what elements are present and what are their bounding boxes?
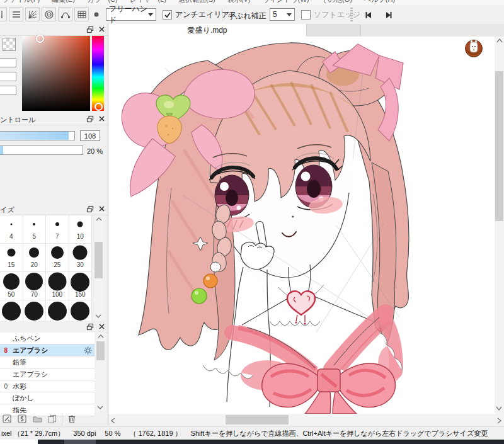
scrollbar-thumb[interactable]	[96, 341, 105, 360]
brush-size-slider[interactable]	[0, 131, 75, 140]
opacity-slider[interactable]	[0, 145, 83, 155]
hue-cursor[interactable]	[94, 103, 103, 111]
size-option[interactable]: 7	[46, 215, 69, 244]
canvas-tab-active[interactable]: 愛盛り.mdp	[108, 24, 307, 37]
size-option[interactable]: 30	[69, 244, 93, 272]
curve-snap-icon[interactable]	[58, 7, 72, 21]
add-script-brush-icon[interactable]	[16, 413, 28, 424]
size-option[interactable]: 25	[46, 244, 69, 272]
prev-canvas-button[interactable]	[360, 8, 377, 22]
next-canvas-button[interactable]	[381, 8, 397, 22]
float-panel-icon[interactable]	[86, 26, 94, 33]
size-option[interactable]	[23, 300, 47, 321]
brush-list-scrollbar[interactable]	[95, 333, 106, 412]
transparent-color-swatch[interactable]	[3, 38, 16, 51]
size-option[interactable]	[0, 300, 23, 321]
menu-file[interactable]: ファイル(F)	[3, 0, 40, 3]
size-option[interactable]: 150	[69, 272, 93, 300]
hue-slider[interactable]	[92, 36, 104, 111]
canvas-hscrollbar[interactable]	[108, 414, 504, 426]
size-panel-scrollbar[interactable]	[93, 215, 104, 321]
scroll-down-icon[interactable]	[495, 406, 503, 411]
saturation-value-picker[interactable]	[22, 36, 90, 111]
size-option[interactable]: 10	[69, 215, 93, 244]
stabilizer-select[interactable]: 5	[270, 8, 295, 21]
scroll-down-icon[interactable]	[94, 314, 102, 319]
status-hint: Shiftキーを押しながらで直線描画、Ctrl+Altキーを押しながら左右ドラッ…	[191, 429, 488, 438]
firealpaca-window: ファイル(F) 編集(E) カラー(C) レイヤー(L) 選択範囲(S) 表示(…	[0, 0, 504, 444]
grid-snap-icon[interactable]	[74, 7, 89, 21]
close-panel-icon[interactable]	[98, 26, 105, 33]
scroll-up-icon[interactable]	[95, 217, 103, 222]
menu-color[interactable]: カラー(C)	[87, 0, 118, 3]
toolbar-drag-handle[interactable]	[350, 8, 353, 21]
close-panel-icon[interactable]	[98, 323, 105, 330]
brush-item[interactable]: 0水彩	[0, 380, 94, 392]
actions-separator	[62, 413, 62, 424]
menu-other[interactable]: その他(O)	[321, 0, 352, 3]
parallel-snap-icon[interactable]	[9, 7, 23, 21]
antialias-checkbox[interactable]: アンチエイリアス	[163, 9, 237, 20]
color-value-field[interactable]	[0, 86, 16, 95]
brush-item[interactable]: 鉛筆	[0, 356, 94, 368]
scrollbar-thumb[interactable]	[226, 415, 289, 424]
menu-bar: ファイル(F) 編集(E) カラー(C) レイヤー(L) 選択範囲(S) 表示(…	[0, 0, 504, 5]
parallel-vertical-snap-icon[interactable]	[0, 7, 7, 21]
vanishing-point-snap-icon[interactable]	[25, 7, 40, 21]
float-panel-icon[interactable]	[86, 323, 94, 331]
drawing-canvas[interactable]	[108, 37, 495, 414]
brush-folder-icon[interactable]	[32, 413, 43, 424]
menu-select[interactable]: 選択範囲(S)	[178, 0, 215, 3]
tool-mode-value: フリーハンド	[109, 5, 148, 25]
brush-size-value[interactable]: 108	[80, 130, 100, 141]
canvas-vscrollbar[interactable]	[495, 37, 504, 414]
float-panel-icon[interactable]	[86, 115, 94, 123]
brush-item[interactable]: ふちペン	[0, 333, 94, 344]
menu-help[interactable]: ヘルプ(H)	[364, 0, 395, 3]
menu-edit[interactable]: 編集(E)	[52, 0, 75, 3]
close-panel-icon[interactable]	[98, 115, 105, 122]
stabilizer-value: 5	[273, 10, 277, 19]
close-panel-icon[interactable]	[98, 205, 105, 212]
scroll-down-icon[interactable]	[96, 405, 104, 410]
menu-window[interactable]: ウィンドウ(W)	[262, 0, 309, 3]
size-option[interactable]	[69, 300, 93, 321]
scroll-left-icon[interactable]	[110, 417, 116, 424]
status-bar: ixel （21 * 29.7cm） 350 dpi 50 % （ 1762, …	[0, 426, 504, 440]
color-value-field[interactable]	[0, 72, 16, 81]
control-panel-header: コントロール	[0, 113, 108, 125]
brush-settings-gear-icon[interactable]	[84, 346, 92, 355]
snap-point-icon[interactable]	[91, 7, 102, 21]
size-option[interactable]: 100	[46, 272, 69, 300]
size-panel-header: サイズ	[0, 203, 108, 215]
canvas-tab-bar: 愛盛り.mdp	[108, 24, 504, 37]
tool-mode-select[interactable]: フリーハンド	[106, 8, 156, 21]
scroll-right-icon[interactable]	[496, 417, 502, 424]
delete-brush-icon[interactable]	[66, 413, 77, 424]
brush-item[interactable]: エアブラシ	[0, 368, 94, 380]
size-option[interactable]: 5	[23, 215, 47, 244]
color-value-field[interactable]	[0, 58, 16, 67]
menu-layer[interactable]: レイヤー(L)	[130, 0, 166, 3]
menu-view[interactable]: 表示(V)	[227, 0, 251, 3]
duplicate-brush-icon[interactable]	[47, 413, 58, 424]
size-option[interactable]: 20	[23, 244, 47, 272]
scroll-up-icon[interactable]	[496, 38, 503, 43]
float-panel-icon[interactable]	[86, 205, 94, 213]
size-option[interactable]: 4	[0, 215, 23, 244]
scrollbar-thumb[interactable]	[495, 71, 503, 221]
size-option[interactable]: 70	[23, 272, 47, 300]
main-toolbar: フリーハンド アンチエイリアス 手ぶれ補正 5 ソフトエッジ	[0, 5, 504, 25]
size-option[interactable]: 50	[0, 272, 23, 300]
concentric-circle-snap-icon[interactable]	[42, 7, 56, 21]
brush-item[interactable]: ぼかし	[0, 392, 94, 404]
size-panel-title: サイズ	[0, 205, 14, 215]
size-option[interactable]	[46, 300, 69, 321]
scroll-up-icon[interactable]	[97, 334, 105, 339]
brush-item-selected[interactable]: 8エアブラシ	[0, 344, 94, 356]
taskbar-app-segment	[64, 440, 96, 444]
add-brush-icon[interactable]	[1, 413, 13, 424]
size-option[interactable]: 15	[0, 244, 23, 272]
scrollbar-thumb[interactable]	[94, 242, 103, 278]
sv-cursor[interactable]	[36, 35, 44, 43]
